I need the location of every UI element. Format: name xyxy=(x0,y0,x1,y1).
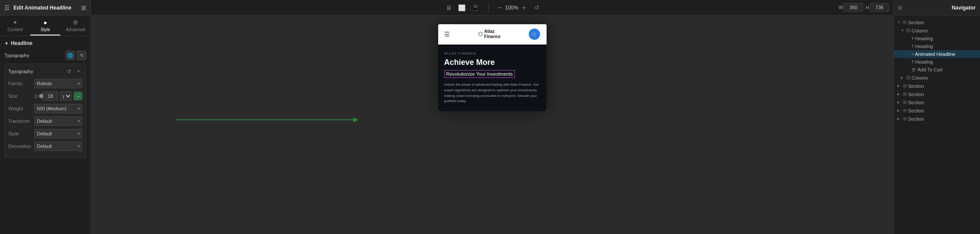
typography-field-row: Typography 🌐 ✎ xyxy=(4,51,86,60)
decoration-select[interactable]: Default xyxy=(34,141,82,151)
style-label: Style xyxy=(8,131,34,136)
right-panel-header: ⊟ Navigator xyxy=(894,0,980,16)
nav-item-heading-3[interactable]: T Heading xyxy=(894,58,980,66)
size-row: Size ⊡ px em rem → xyxy=(8,91,82,101)
device-hamburger-icon: ☰ xyxy=(444,31,450,38)
nav-label-cart: Add To Cart xyxy=(918,67,943,72)
h-field: H xyxy=(866,3,889,12)
nav-item-section-5[interactable]: ▶ ⊞ Section xyxy=(894,106,980,115)
panel-tabs: ✦ Content ● Style ⚙ Advanced xyxy=(0,16,91,36)
size-label: Size xyxy=(8,93,34,99)
grid-icon[interactable]: ⊞ xyxy=(81,4,86,11)
nav-item-column-2[interactable]: ▶ ⊡ Column xyxy=(894,74,980,82)
nav-chevron-s3: ▶ xyxy=(897,92,902,96)
size-slider[interactable] xyxy=(39,96,41,97)
nav-item-heading-2[interactable]: T Heading xyxy=(894,42,980,50)
nav-section-icon-2: ⊞ xyxy=(903,83,907,89)
weight-select[interactable]: 500 (Medium) xyxy=(34,104,82,113)
nav-item-animated-headline[interactable]: ≈ Animated Headline xyxy=(894,50,980,58)
typography-global-btn[interactable]: 🌐 xyxy=(65,51,75,60)
typography-reset-btn[interactable]: ↺ xyxy=(65,67,73,75)
decoration-select-wrapper: Default ▼ xyxy=(34,141,82,151)
nav-label-heading-1: Heading xyxy=(915,36,933,41)
nav-chevron-col2: ▶ xyxy=(901,76,905,80)
nav-item-section-6[interactable]: ▶ ⊞ Section xyxy=(894,115,980,123)
nav-item-add-to-cart[interactable]: 🛒 Add To Cart xyxy=(894,66,980,74)
weight-select-wrapper: 500 (Medium) ▼ xyxy=(34,104,82,113)
nav-item-heading-1[interactable]: T Heading xyxy=(894,35,980,42)
typography-add-btn[interactable]: + xyxy=(75,67,82,75)
family-select[interactable]: Roboto xyxy=(34,79,82,88)
typography-sub-actions: ↺ + xyxy=(65,67,82,75)
transform-row: Transform Default ▼ xyxy=(8,116,82,126)
nav-chevron-s2: ▶ xyxy=(897,84,902,88)
nav-chevron-section-root: ▼ xyxy=(897,20,902,24)
size-unit-select[interactable]: px em rem xyxy=(60,91,72,101)
cart-btn[interactable]: 🛒 xyxy=(529,29,540,40)
h-label: H xyxy=(866,5,869,10)
nav-item-section-4[interactable]: ▶ ⊞ Section xyxy=(894,98,980,106)
typography-sub-label: Typography xyxy=(8,69,33,74)
nav-label-heading-3: Heading xyxy=(915,59,933,64)
left-panel: ☰ Edit Animated Headline ⊞ ✦ Content ● S… xyxy=(0,0,91,234)
nav-animated-icon: ≈ xyxy=(912,52,914,56)
weight-label: Weight xyxy=(8,106,34,111)
nav-item-column-1[interactable]: ▼ ⊡ Column xyxy=(894,26,980,35)
wh-fields: W H xyxy=(839,3,889,12)
tablet-btn[interactable]: ⬜ xyxy=(457,3,466,12)
weight-row: Weight 500 (Medium) ▼ xyxy=(8,104,82,113)
mobile-btn[interactable]: 📱 xyxy=(471,3,480,12)
desktop-btn[interactable]: 🖥 xyxy=(445,3,453,12)
brand-logo: ⬡ AtlazFinance xyxy=(478,29,501,39)
transform-select-wrapper: Default ▼ xyxy=(34,116,82,126)
h-input[interactable] xyxy=(870,3,889,12)
nav-section-icon-5: ⊞ xyxy=(903,108,907,113)
refresh-btn[interactable]: ↺ xyxy=(534,4,539,11)
nav-item-section-root[interactable]: ▼ ⊞ Section xyxy=(894,18,980,26)
device-nav: ☰ ⬡ AtlazFinance 🛒 xyxy=(438,24,547,45)
nav-label-section-4: Section xyxy=(908,100,924,105)
size-confirm-btn[interactable]: → xyxy=(74,92,82,100)
headline-collapse-arrow[interactable]: ▼ xyxy=(4,41,9,46)
zoom-in-btn[interactable]: + xyxy=(522,4,526,12)
hero-section: ATLAZ FINANCE Achieve More Revolutionize… xyxy=(438,45,547,111)
nav-item-section-3[interactable]: ▶ ⊞ Section xyxy=(894,90,980,98)
nav-collapse-btn[interactable]: ⊟ xyxy=(898,5,902,11)
hamburger-icon[interactable]: ☰ xyxy=(4,4,10,11)
advanced-tab-icon: ⚙ xyxy=(73,19,78,26)
nav-chevron-col1: ▼ xyxy=(901,29,905,32)
top-toolbar: 🖥 ⬜ 📱 − 100% + ↺ W H xyxy=(91,0,893,16)
size-input[interactable] xyxy=(42,91,58,101)
tab-style[interactable]: ● Style xyxy=(30,16,61,35)
tab-content[interactable]: ✦ Content xyxy=(0,16,30,35)
family-control: Roboto ▼ xyxy=(34,79,82,88)
nav-section-icon: ⊞ xyxy=(903,19,907,25)
style-control: Default ▼ xyxy=(34,129,82,138)
decoration-label: Decoration xyxy=(8,144,34,149)
typography-sub-section: Typography ↺ + Family Roboto ▼ xyxy=(4,64,86,158)
headline-section-label: Headline xyxy=(11,40,33,46)
nav-section-icon-6: ⊞ xyxy=(903,116,907,122)
nav-label-section-6: Section xyxy=(908,116,924,122)
style-select-wrapper: Default ▼ xyxy=(34,129,82,138)
nav-section-icon-3: ⊞ xyxy=(903,91,907,97)
zoom-out-btn[interactable]: − xyxy=(498,4,501,12)
w-input[interactable] xyxy=(844,3,863,12)
typography-icons: 🌐 ✎ xyxy=(65,51,86,60)
family-select-wrapper: Roboto ▼ xyxy=(34,79,82,88)
nav-chevron-s5: ▶ xyxy=(897,109,902,112)
typography-edit-btn[interactable]: ✎ xyxy=(77,51,86,60)
nav-text-icon-h1: T xyxy=(912,36,914,41)
nav-label-section-3: Section xyxy=(908,92,924,97)
navigator-tree: ▼ ⊞ Section ▼ ⊡ Column T Heading T Headi… xyxy=(894,16,980,234)
tab-advanced[interactable]: ⚙ Advanced xyxy=(60,16,91,35)
nav-item-section-2[interactable]: ▶ ⊞ Section xyxy=(894,82,980,90)
left-panel-header: ☰ Edit Animated Headline ⊞ xyxy=(0,0,91,16)
advanced-tab-label: Advanced xyxy=(66,27,85,32)
style-select[interactable]: Default xyxy=(34,129,82,138)
transform-control: Default ▼ xyxy=(34,116,82,126)
nav-text-icon-h3: T xyxy=(912,60,914,64)
transform-select[interactable]: Default xyxy=(34,116,82,126)
content-tab-icon: ✦ xyxy=(13,19,18,26)
decoration-row: Decoration Default ▼ xyxy=(8,141,82,151)
